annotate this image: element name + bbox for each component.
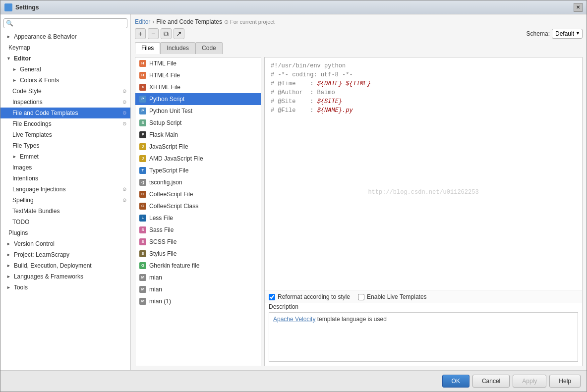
arrow-icon: [12, 65, 17, 74]
code-line-1: #!/usr/bin/env python: [271, 61, 576, 70]
code-line-5: # @Site : ${SITE}: [271, 97, 576, 106]
live-templates-checkbox-label[interactable]: Enable Live Templates: [358, 293, 427, 300]
copy-button[interactable]: ⧉: [161, 28, 172, 39]
file-item-python-script[interactable]: P Python Script: [135, 93, 261, 105]
sidebar-item-code-style[interactable]: Code Style ⊙: [0, 86, 130, 97]
sidebar-item-appearance[interactable]: Appearance & Behavior: [0, 31, 130, 42]
file-item-mian-3[interactable]: M mian (1): [135, 295, 261, 307]
file-name: JavaScript File: [149, 142, 188, 151]
velocity-link[interactable]: Apache Velocity: [273, 316, 315, 323]
badge-icon: ⊙: [122, 109, 126, 117]
file-item-python-unit-test[interactable]: P Python Unit Test: [135, 105, 261, 117]
sidebar-item-lang-injections[interactable]: Language Injections ⊙: [0, 184, 130, 195]
file-item-tsconfig[interactable]: {} tsconfig.json: [135, 176, 261, 188]
sidebar-label: Language Injections: [12, 185, 65, 194]
apply-button[interactable]: Apply: [513, 375, 546, 388]
file-name: Less File: [149, 214, 173, 223]
arrow-icon: [6, 250, 11, 259]
file-item-gherkin[interactable]: G Gherkin feature file: [135, 260, 261, 272]
file-item-stylus[interactable]: S Stylus File: [135, 248, 261, 260]
sidebar-item-file-types[interactable]: File Types: [0, 140, 130, 151]
search-icon: 🔍: [6, 20, 13, 27]
dropdown-arrow-icon: ▼: [576, 31, 580, 36]
sidebar-item-file-code-templates[interactable]: File and Code Templates ⊙: [0, 108, 130, 118]
tab-files[interactable]: Files: [135, 42, 160, 54]
sidebar-item-intentions[interactable]: Intentions: [0, 173, 130, 184]
file-item-setup-script[interactable]: S Setup Script: [135, 117, 261, 129]
live-templates-checkbox[interactable]: [358, 294, 364, 300]
sidebar-item-inspections[interactable]: Inspections ⊙: [0, 97, 130, 108]
file-icon: F: [139, 131, 146, 138]
schema-label: Schema:: [527, 30, 550, 37]
sidebar-item-spelling[interactable]: Spelling ⊙: [0, 195, 130, 206]
file-item-mian-2[interactable]: M mian: [135, 283, 261, 295]
sidebar-item-colors-fonts[interactable]: Colors & Fonts: [0, 75, 130, 86]
file-item-sass[interactable]: S Sass File: [135, 224, 261, 236]
sidebar-item-file-encodings[interactable]: File Encodings ⊙: [0, 118, 130, 129]
sidebar-item-keymap[interactable]: Keymap: [0, 42, 130, 53]
file-item-xhtml[interactable]: X XHTML File: [135, 81, 261, 93]
file-item-typescript[interactable]: T TypeScript File: [135, 165, 261, 176]
description-label: Description: [269, 303, 578, 310]
search-box[interactable]: 🔍: [3, 18, 127, 28]
schema-dropdown[interactable]: Default ▼: [552, 29, 583, 39]
badge-icon: ⊙: [122, 98, 126, 107]
file-item-scss[interactable]: S SCSS File: [135, 236, 261, 248]
file-item-coffeescript-class[interactable]: C CoffeeScript Class: [135, 200, 261, 212]
file-item-mian-1[interactable]: M mian: [135, 272, 261, 283]
sidebar-item-images[interactable]: Images: [0, 162, 130, 173]
ok-button[interactable]: OK: [442, 375, 470, 388]
remove-button[interactable]: −: [148, 28, 159, 39]
sidebar-label: Live Templates: [12, 130, 52, 139]
export-button[interactable]: ↗: [174, 28, 184, 39]
reformat-checkbox-label[interactable]: Reformat according to style: [269, 293, 350, 300]
sidebar-item-build[interactable]: Build, Execution, Deployment: [0, 260, 130, 271]
sidebar-item-textmate[interactable]: TextMate Bundles: [0, 206, 130, 217]
file-item-html4[interactable]: H HTML4 File: [135, 69, 261, 81]
file-item-coffeescript[interactable]: C CoffeeScript File: [135, 188, 261, 200]
sidebar-item-tools[interactable]: Tools: [0, 282, 130, 293]
code-line-6: # @File : ${NAME}.py: [271, 106, 576, 115]
sidebar-item-languages[interactable]: Languages & Frameworks: [0, 271, 130, 282]
sidebar-label: Languages & Frameworks: [14, 272, 83, 281]
toolbar: + − ⧉ ↗ Schema: Default ▼: [135, 28, 583, 39]
file-item-js[interactable]: J JavaScript File: [135, 141, 261, 153]
file-name: Setup Script: [149, 118, 181, 127]
arrow-icon: [6, 261, 11, 270]
search-input[interactable]: [15, 20, 125, 27]
file-icon: S: [139, 250, 146, 257]
help-button[interactable]: Help: [549, 375, 581, 388]
sidebar-item-plugins[interactable]: Plugins: [0, 227, 130, 238]
file-icon: T: [139, 167, 146, 174]
sidebar-item-general[interactable]: General: [0, 64, 130, 75]
file-item-flask-main[interactable]: F Flask Main: [135, 129, 261, 141]
sidebar-label: Keymap: [8, 43, 30, 52]
file-item-html[interactable]: H HTML File: [135, 57, 261, 69]
live-templates-label: Enable Live Templates: [367, 293, 427, 300]
breadcrumb-separator: ›: [152, 18, 154, 25]
badge-icon: ⊙: [122, 185, 126, 194]
sidebar-item-todo[interactable]: TODO: [0, 217, 130, 227]
sidebar-item-editor[interactable]: Editor: [0, 53, 130, 64]
sidebar-item-emmet[interactable]: Emmet: [0, 151, 130, 162]
file-icon: P: [139, 108, 146, 114]
sidebar-item-version-control[interactable]: Version Control: [0, 238, 130, 249]
reformat-checkbox[interactable]: [269, 294, 275, 300]
close-button[interactable]: ✕: [574, 3, 583, 12]
project-link[interactable]: ⊙ For current project: [224, 19, 275, 25]
sidebar-item-live-templates[interactable]: Live Templates: [0, 129, 130, 140]
add-button[interactable]: +: [135, 28, 146, 39]
cancel-button[interactable]: Cancel: [472, 375, 510, 388]
code-editor[interactable]: #!/usr/bin/env python # -*- coding: utf-…: [265, 57, 582, 290]
arrow-icon: [12, 76, 17, 85]
editor-panel: #!/usr/bin/env python # -*- coding: utf-…: [264, 57, 583, 366]
arrow-icon: [12, 152, 17, 161]
tab-code[interactable]: Code: [195, 42, 223, 54]
file-item-amd-js[interactable]: J AMD JavaScript File: [135, 153, 261, 165]
file-list-panel: H HTML File H HTML4 File X XHTML File P …: [135, 57, 261, 366]
breadcrumb-parent[interactable]: Editor: [135, 18, 150, 25]
file-item-less[interactable]: L Less File: [135, 212, 261, 224]
tab-includes[interactable]: Includes: [160, 42, 195, 54]
sidebar-item-project[interactable]: Project: LearnScrapy: [0, 249, 130, 260]
file-icon: S: [139, 119, 146, 126]
